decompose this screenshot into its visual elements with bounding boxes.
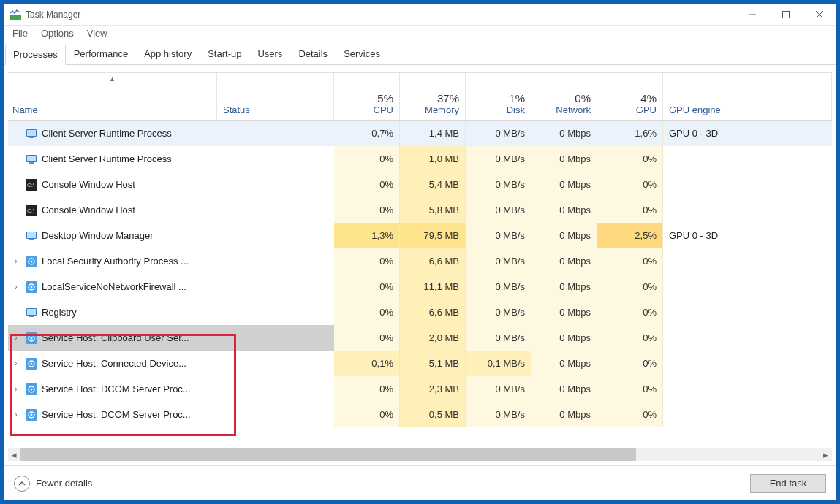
cell-cpu: 0,1% xyxy=(334,351,400,376)
menu-view[interactable]: View xyxy=(84,26,110,40)
cell-gpu: 0% xyxy=(597,248,663,274)
col-status[interactable]: Status xyxy=(217,73,334,120)
process-row[interactable]: ›C:\Console Window Host0%5,8 MB0 MB/s0 M… xyxy=(8,197,832,223)
svg-rect-0 xyxy=(10,15,21,20)
cell-cpu: 0% xyxy=(334,146,400,172)
cell-network: 0 Mbps xyxy=(531,376,597,402)
process-row[interactable]: ›Service Host: Connected Device...0,1%5,… xyxy=(8,351,832,376)
scroll-track[interactable] xyxy=(20,448,820,461)
svg-rect-10 xyxy=(29,162,34,164)
minimize-button[interactable] xyxy=(735,4,769,26)
cell-memory: 1,0 MB xyxy=(400,146,466,172)
process-row[interactable]: ›Service Host: DCOM Server Proc...0%0,5 … xyxy=(8,402,832,427)
maximize-button[interactable] xyxy=(769,4,803,26)
col-memory[interactable]: 37% Memory xyxy=(400,73,466,120)
process-row[interactable]: ›Client Server Runtime Process0%1,0 MB0 … xyxy=(8,146,832,172)
cell-memory: 1,4 MB xyxy=(400,121,466,146)
tab-performance[interactable]: Performance xyxy=(66,44,136,64)
tab-app-history[interactable]: App history xyxy=(136,44,200,64)
scroll-thumb[interactable] xyxy=(20,448,636,461)
process-row[interactable]: ›Desktop Window Manager1,3%79,5 MB0 MB/s… xyxy=(8,223,832,248)
svg-point-20 xyxy=(31,260,33,262)
col-mem-label: Memory xyxy=(425,104,459,115)
col-gpu[interactable]: 4% GPU xyxy=(597,73,663,120)
expand-icon[interactable]: › xyxy=(11,359,21,369)
col-cpu-pct: 5% xyxy=(377,92,393,104)
process-name: Service Host: DCOM Server Proc... xyxy=(42,383,191,394)
process-icon xyxy=(26,307,37,318)
expand-icon[interactable]: › xyxy=(11,410,21,420)
end-task-button[interactable]: End task xyxy=(750,474,826,493)
process-icon xyxy=(26,128,37,140)
cell-status xyxy=(217,121,334,146)
process-row[interactable]: ›Local Security Authority Process ...0%6… xyxy=(8,248,832,274)
svg-point-32 xyxy=(31,362,33,364)
process-row[interactable]: ›Service Host: Clipboard User Ser...0%2,… xyxy=(8,325,832,351)
col-disk[interactable]: 1% Disk xyxy=(466,73,531,120)
cell-disk: 0 MB/s xyxy=(466,376,531,402)
end-task-label: End task xyxy=(770,478,807,489)
cell-disk: 0 MB/s xyxy=(466,172,531,197)
process-rows[interactable]: ›Client Server Runtime Process0,7%1,4 MB… xyxy=(8,121,832,448)
cell-gpu: 1,6% xyxy=(597,121,663,146)
menu-file[interactable]: File xyxy=(10,26,31,40)
cell-gpu-engine xyxy=(663,197,832,223)
cell-memory: 11,1 MB xyxy=(400,274,466,299)
cell-status xyxy=(217,376,334,402)
cell-network: 0 Mbps xyxy=(531,172,597,197)
cell-memory: 2,0 MB xyxy=(400,325,466,351)
col-net-pct: 0% xyxy=(575,92,591,104)
col-gpu-label: GPU xyxy=(636,104,657,115)
process-row[interactable]: ›Registry0%6,6 MB0 MB/s0 Mbps0% xyxy=(8,299,832,325)
col-network[interactable]: 0% Network xyxy=(531,73,597,120)
col-net-label: Network xyxy=(556,104,591,115)
cell-gpu: 0% xyxy=(597,325,663,351)
tab-services[interactable]: Services xyxy=(336,44,388,64)
cell-network: 0 Mbps xyxy=(531,325,597,351)
col-name[interactable]: ▴ Name xyxy=(8,73,217,120)
process-icon xyxy=(26,153,37,165)
expand-icon[interactable]: › xyxy=(11,282,21,292)
process-icon: C:\ xyxy=(26,205,37,216)
process-icon xyxy=(26,409,37,421)
cell-gpu-engine xyxy=(663,351,832,376)
tab-details[interactable]: Details xyxy=(290,44,336,64)
process-row[interactable]: ›Service Host: DCOM Server Proc...0%2,3 … xyxy=(8,376,832,402)
col-cpu[interactable]: 5% CPU xyxy=(334,73,400,120)
cell-cpu: 1,3% xyxy=(334,223,400,248)
cell-status xyxy=(217,146,334,172)
process-row[interactable]: ›LocalServiceNoNetworkFirewall ...0%11,1… xyxy=(8,274,832,299)
cell-cpu: 0% xyxy=(334,299,400,325)
col-gpu-engine[interactable]: GPU engine xyxy=(663,73,832,120)
svg-rect-7 xyxy=(29,137,34,138)
expand-icon[interactable]: › xyxy=(11,256,21,267)
cell-gpu: 0% xyxy=(597,376,663,402)
horizontal-scrollbar[interactable]: ◂ ▸ xyxy=(8,448,832,461)
scroll-left-icon[interactable]: ◂ xyxy=(8,448,20,461)
cell-network: 0 Mbps xyxy=(531,299,597,325)
cell-cpu: 0% xyxy=(334,197,400,223)
fewer-details-button[interactable]: Fewer details xyxy=(14,476,92,492)
cell-memory: 5,1 MB xyxy=(400,351,466,376)
cell-cpu: 0% xyxy=(334,376,400,402)
col-disk-label: Disk xyxy=(507,104,525,115)
close-button[interactable] xyxy=(803,4,836,26)
tab-processes[interactable]: Processes xyxy=(5,45,66,65)
cell-gpu: 0% xyxy=(597,172,663,197)
expand-icon[interactable]: › xyxy=(11,384,21,394)
col-disk-pct: 1% xyxy=(509,92,525,104)
process-row[interactable]: ›Client Server Runtime Process0,7%1,4 MB… xyxy=(8,121,832,146)
process-name: Client Server Runtime Process xyxy=(42,153,172,164)
cell-gpu-engine xyxy=(663,248,832,274)
window-title: Task Manager xyxy=(26,9,80,20)
cell-status xyxy=(217,172,334,197)
tab-strip: ProcessesPerformanceApp historyStart-upU… xyxy=(4,45,836,65)
process-row[interactable]: ›C:\Console Window Host0%5,4 MB0 MB/s0 M… xyxy=(8,172,832,197)
scroll-right-icon[interactable]: ▸ xyxy=(820,448,832,461)
cell-network: 0 Mbps xyxy=(531,121,597,146)
expand-icon[interactable]: › xyxy=(11,333,21,343)
table-header: ▴ Name Status 5% CPU 37% Memory 1% Disk … xyxy=(8,73,832,121)
tab-users[interactable]: Users xyxy=(249,44,290,64)
menu-options[interactable]: Options xyxy=(38,26,77,40)
tab-start-up[interactable]: Start-up xyxy=(200,44,249,64)
